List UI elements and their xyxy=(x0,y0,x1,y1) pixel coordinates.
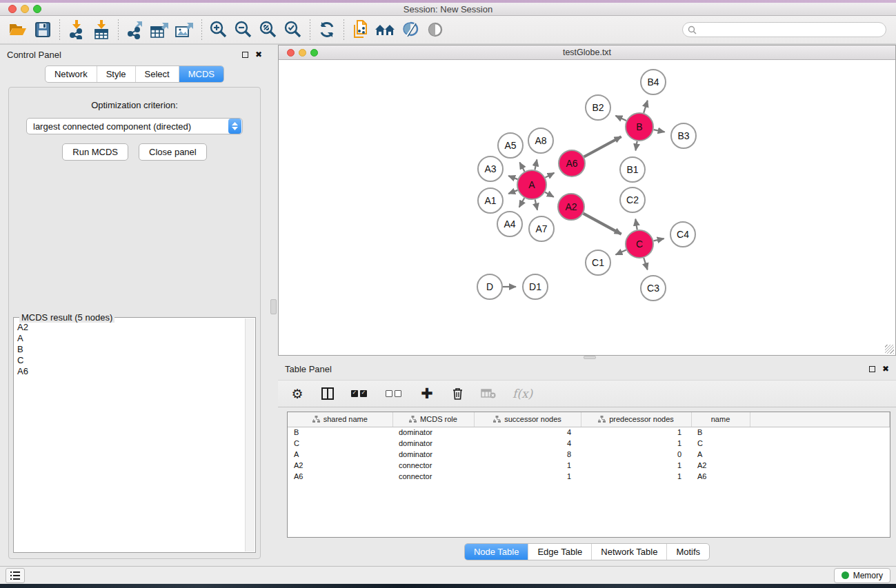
splitter-handle[interactable] xyxy=(270,299,277,314)
close-table-panel-icon[interactable]: ✖ xyxy=(882,365,889,373)
edge-B-B3[interactable] xyxy=(654,130,665,132)
zoom-fit-icon[interactable] xyxy=(256,18,281,41)
import-network-icon[interactable] xyxy=(64,18,89,41)
node-table[interactable]: shared nameMCDS rolesuccessor nodesprede… xyxy=(288,412,890,482)
refresh-layout-icon[interactable] xyxy=(315,18,339,41)
tab-network-table[interactable]: Network Table xyxy=(591,544,666,560)
zoom-out-icon[interactable] xyxy=(231,18,256,41)
table-cell[interactable]: 1 xyxy=(474,471,581,482)
network-graph[interactable]: AA1A2A3A4A5A6A7A8BB1B2B3B4CC1C2C3C4DD1 xyxy=(279,60,895,352)
tab-mcds[interactable]: MCDS xyxy=(179,66,223,82)
tab-node-table[interactable]: Node Table xyxy=(465,544,528,560)
tab-edge-table[interactable]: Edge Table xyxy=(528,544,591,560)
table-cell[interactable]: connector xyxy=(392,460,474,471)
edge-A-A7[interactable] xyxy=(535,199,537,210)
edge-A-A4[interactable] xyxy=(519,198,525,207)
table-cell[interactable]: 1 xyxy=(581,427,691,438)
result-list-item[interactable]: C xyxy=(17,355,244,366)
select-all-icon[interactable] xyxy=(351,390,369,397)
export-image-icon[interactable] xyxy=(172,18,197,41)
edge-A-A2[interactable] xyxy=(545,192,554,197)
table-cell[interactable]: connector xyxy=(392,471,474,482)
table-cell[interactable]: 1 xyxy=(581,471,691,482)
zoom-in-icon[interactable] xyxy=(206,18,231,41)
edge-A-A1[interactable] xyxy=(508,190,517,194)
column-header-MCDS-role[interactable]: MCDS role xyxy=(392,412,474,427)
table-cell[interactable]: A xyxy=(288,449,392,460)
column-browser-icon[interactable] xyxy=(321,387,335,400)
add-column-icon[interactable]: ✚ xyxy=(420,385,434,402)
zoom-selected-icon[interactable] xyxy=(281,18,306,41)
criterion-select[interactable]: largest connected component (directed) xyxy=(26,118,243,134)
save-session-icon[interactable] xyxy=(30,18,55,41)
column-header-successor-nodes[interactable]: successor nodes xyxy=(474,412,581,427)
home-layout-icon[interactable] xyxy=(373,18,398,41)
edge-C-C4[interactable] xyxy=(653,239,664,241)
copy-network-icon[interactable] xyxy=(348,18,373,41)
export-network-icon[interactable] xyxy=(123,18,148,41)
table-cell[interactable]: A6 xyxy=(691,471,750,482)
table-cell[interactable]: C xyxy=(691,438,750,449)
network-canvas[interactable]: AA1A2A3A4A5A6A7A8BB1B2B3B4CC1C2C3C4DD1 xyxy=(279,60,895,355)
float-table-panel-icon[interactable] xyxy=(869,366,875,372)
edge-A-A5[interactable] xyxy=(519,163,524,172)
edge-C-C2[interactable] xyxy=(635,219,637,230)
table-cell[interactable]: 1 xyxy=(581,460,691,471)
table-cell[interactable]: A2 xyxy=(288,460,392,471)
result-list-item[interactable]: A6 xyxy=(17,366,244,377)
edge-A-A3[interactable] xyxy=(508,176,517,179)
table-cell[interactable]: dominator xyxy=(392,449,474,460)
task-history-button[interactable] xyxy=(6,568,25,583)
column-header-shared-name[interactable]: shared name xyxy=(288,412,392,427)
table-row[interactable]: A6connector11A6 xyxy=(288,471,890,482)
edge-A6-B[interactable] xyxy=(584,136,621,156)
deselect-all-icon[interactable] xyxy=(386,390,404,397)
table-cell[interactable]: B xyxy=(691,427,750,438)
tab-select[interactable]: Select xyxy=(135,66,179,82)
column-header-name[interactable]: name xyxy=(691,412,750,427)
table-row[interactable]: A2connector11A2 xyxy=(288,460,890,471)
column-header-predecessor-nodes[interactable]: predecessor nodes xyxy=(581,412,691,427)
memory-button[interactable]: Memory xyxy=(834,568,890,583)
table-row[interactable]: Bdominator41B xyxy=(288,427,890,438)
apply-style-icon[interactable] xyxy=(398,18,423,41)
close-panel-button[interactable]: Close panel xyxy=(139,143,207,161)
result-list-item[interactable]: A xyxy=(17,333,244,344)
close-panel-icon[interactable]: ✖ xyxy=(255,50,262,59)
float-panel-icon[interactable] xyxy=(242,52,248,58)
table-cell[interactable]: 4 xyxy=(474,438,581,449)
table-cell[interactable]: 0 xyxy=(581,449,691,460)
table-row[interactable]: Cdominator41C xyxy=(288,438,890,449)
table-cell[interactable]: C xyxy=(288,438,392,449)
delete-column-icon[interactable] xyxy=(450,387,464,400)
edge-C-C3[interactable] xyxy=(644,258,647,270)
result-scrollbar[interactable] xyxy=(245,318,255,551)
result-list-item[interactable]: B xyxy=(17,344,244,355)
panel-splitter[interactable] xyxy=(269,45,278,566)
table-row[interactable]: Adominator80A xyxy=(288,449,890,460)
result-list-item[interactable]: A2 xyxy=(17,322,244,333)
table-cell[interactable]: dominator xyxy=(392,438,474,449)
edge-B-B1[interactable] xyxy=(635,141,637,151)
table-cell[interactable]: B xyxy=(288,427,392,438)
open-file-icon[interactable] xyxy=(6,18,30,41)
resize-grip-icon[interactable] xyxy=(885,345,894,354)
run-mcds-button[interactable]: Run MCDS xyxy=(62,143,128,161)
table-cell[interactable]: 1 xyxy=(474,460,581,471)
tab-motifs[interactable]: Motifs xyxy=(666,544,709,560)
export-table-icon[interactable] xyxy=(148,18,172,41)
edge-A-A6[interactable] xyxy=(545,173,554,178)
import-table-icon[interactable] xyxy=(89,18,114,41)
edge-A2-C[interactable] xyxy=(584,214,621,234)
table-cell[interactable]: A xyxy=(691,449,750,460)
tab-network[interactable]: Network xyxy=(46,66,97,82)
table-cell[interactable]: A6 xyxy=(288,471,392,482)
search-input[interactable] xyxy=(682,22,886,37)
edge-A-A8[interactable] xyxy=(535,159,537,170)
tab-style[interactable]: Style xyxy=(97,66,135,82)
table-cell[interactable]: 8 xyxy=(474,449,581,460)
edge-B-B2[interactable] xyxy=(615,116,626,121)
mcds-result-list[interactable]: A2ABCA6 xyxy=(14,318,244,551)
horizontal-splitter-handle[interactable] xyxy=(584,356,596,359)
table-settings-icon[interactable]: ⚙ xyxy=(290,386,304,402)
